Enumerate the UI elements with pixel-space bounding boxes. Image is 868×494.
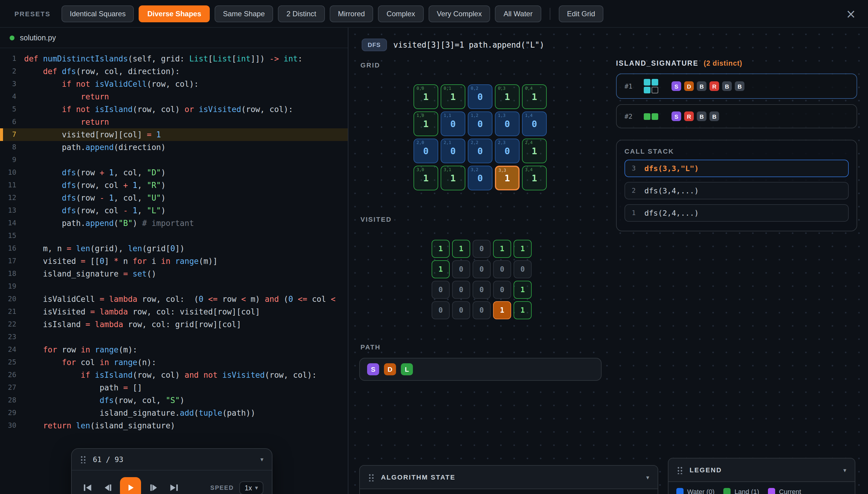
preset-button-same-shape[interactable]: Same Shape — [215, 5, 273, 22]
algorithm-state-panel: ALGORITHM STATE ▾ — [359, 465, 658, 494]
visited-cell-0-4: 1 — [514, 240, 532, 258]
line-number: 14 — [0, 217, 24, 230]
shape-cell — [652, 87, 658, 93]
preset-button-diverse-shapes[interactable]: Diverse Shapes — [139, 5, 210, 22]
line-number: 19 — [0, 280, 24, 293]
grid: 0,010,110,200,310,411,011,101,201,301,40… — [413, 84, 547, 190]
legend-swatch — [724, 488, 731, 494]
code-line-24: 24 for row in range(m): — [0, 343, 348, 356]
step-back-button[interactable] — [100, 480, 114, 494]
line-number: 27 — [0, 381, 24, 394]
grid-cell-2-2: 2,20 — [468, 138, 493, 163]
cell-value: 1 — [423, 91, 429, 102]
cell-value: 1 — [532, 91, 537, 102]
line-number: 17 — [0, 255, 24, 267]
code-line-10: 10 dfs(row + 1, col, "D") — [0, 166, 348, 179]
code-line-6: 6 return — [0, 116, 348, 128]
play-icon — [126, 483, 135, 492]
cell-value: 1 — [450, 173, 456, 184]
code-line-29: 29 island_signature.add(tuple(path)) — [0, 407, 348, 419]
signature-badges: SDBRBB — [671, 81, 744, 91]
grid-cell-1-2: 1,20 — [468, 111, 493, 136]
callstack-call: dfs(3,3,"L") — [644, 164, 699, 173]
file-status-dot — [10, 35, 15, 40]
cell-value: 1 — [532, 173, 537, 184]
chevron-down-icon: ▾ — [646, 474, 649, 480]
line-number: 24 — [0, 343, 24, 356]
code-line-23: 23 — [0, 331, 348, 343]
editor-header: solution.py — [0, 28, 348, 48]
cell-value: 1 — [504, 91, 510, 102]
edit-grid-button[interactable]: Edit Grid — [558, 5, 603, 22]
callstack-call: dfs(2,4,...) — [644, 208, 699, 217]
path-step-S: S — [367, 363, 379, 375]
visited-cell-3-3: 1 — [493, 301, 511, 319]
playback-panel: 61 / 93 ▾ SPEED — [71, 448, 273, 494]
skip-to-end-button[interactable] — [166, 480, 181, 494]
legend-swatch — [676, 488, 684, 494]
code-line-9: 9 — [0, 154, 348, 166]
step-forward-icon — [149, 482, 159, 493]
line-number: 21 — [0, 305, 24, 318]
grid-cell-1-4: 1,40 — [522, 111, 547, 136]
cell-coordinate: 0,0 — [417, 86, 424, 91]
grid-cell-2-3: 2,30 — [495, 138, 520, 163]
line-number: 13 — [0, 204, 24, 217]
algorithm-state-title: ALGORITHM STATE — [381, 474, 456, 481]
cell-coordinate: 2,2 — [471, 140, 478, 145]
code-line-19: 19 — [0, 280, 348, 293]
path-label: PATH — [361, 343, 381, 350]
preset-button-2-distinct[interactable]: 2 Distinct — [278, 5, 325, 22]
signature-title: ISLAND_SIGNATURE (2 distinct) — [616, 60, 742, 67]
visited-cell-0-2: 0 — [473, 240, 491, 258]
cell-value: 1 — [423, 173, 429, 184]
preset-button-all-water[interactable]: All Water — [495, 5, 541, 22]
preset-button-very-complex[interactable]: Very Complex — [428, 5, 490, 22]
cell-value: 0 — [450, 118, 456, 129]
legend-header[interactable]: LEGEND ▾ — [668, 458, 855, 482]
grid-cell-0-1: 0,11 — [441, 84, 465, 109]
speed-select[interactable]: 1x ▾ — [239, 481, 263, 494]
preset-button-identical-squares[interactable]: Identical Squares — [61, 5, 134, 22]
preset-button-complex[interactable]: Complex — [378, 5, 424, 22]
shape-cell — [652, 79, 658, 86]
visited-cell-1-3: 0 — [493, 260, 511, 278]
grid-cell-1-0: 1,01 — [413, 111, 438, 136]
code-line-17: 17 visited = [[0] * n for i in range(m)] — [0, 255, 348, 267]
path-steps: SDL — [359, 358, 602, 381]
grip-icon — [368, 473, 375, 481]
code-line-26: 26 if isIsland(row, col) and not isVisit… — [0, 369, 348, 381]
signature-badge-B: B — [709, 111, 719, 121]
speed-label: SPEED — [210, 484, 234, 491]
line-number: 26 — [0, 369, 24, 381]
step-forward-button[interactable] — [146, 480, 161, 494]
step-progress: 61 / 93 — [93, 455, 123, 463]
preset-button-mirrored[interactable]: Mirrored — [329, 5, 373, 22]
close-icon[interactable]: × — [846, 7, 856, 20]
signature-badge-B: B — [697, 111, 706, 121]
code-line-4: 4 return — [0, 90, 348, 103]
signature-badge-R: R — [684, 111, 694, 121]
algorithm-state-header[interactable]: ALGORITHM STATE ▾ — [359, 465, 658, 489]
legend-item-land-1-: Land (1) — [724, 488, 759, 494]
skip-to-start-button[interactable] — [80, 480, 95, 494]
code-line-13: 13 dfs(row, col - 1, "L") — [0, 204, 348, 217]
signature-count: (2 distinct) — [704, 60, 742, 67]
play-button[interactable] — [120, 477, 141, 494]
grid-cell-3-0: 3,01 — [413, 166, 438, 190]
cell-coordinate: 1,3 — [498, 113, 505, 118]
cell-coordinate: 2,0 — [417, 140, 424, 145]
path-step-D: D — [384, 363, 396, 375]
callstack-title: CALL STACK — [625, 148, 849, 155]
cell-coordinate: 0,3 — [498, 86, 505, 91]
callstack-frame-3: 3dfs(3,3,"L") — [625, 160, 849, 177]
signature-entry-id: #2 — [625, 112, 636, 120]
line-number: 23 — [0, 331, 24, 343]
visited-cell-3-1: 0 — [452, 301, 470, 319]
line-number: 4 — [0, 90, 24, 103]
island-shape-preview — [644, 79, 658, 93]
visited-grid: 11011100000000100011 — [431, 240, 532, 319]
code-line-2: 2 def dfs(row, col, direction): — [0, 65, 348, 78]
skip-to-start-icon — [82, 482, 93, 493]
step-progress-dropdown[interactable]: 61 / 93 ▾ — [72, 449, 272, 471]
